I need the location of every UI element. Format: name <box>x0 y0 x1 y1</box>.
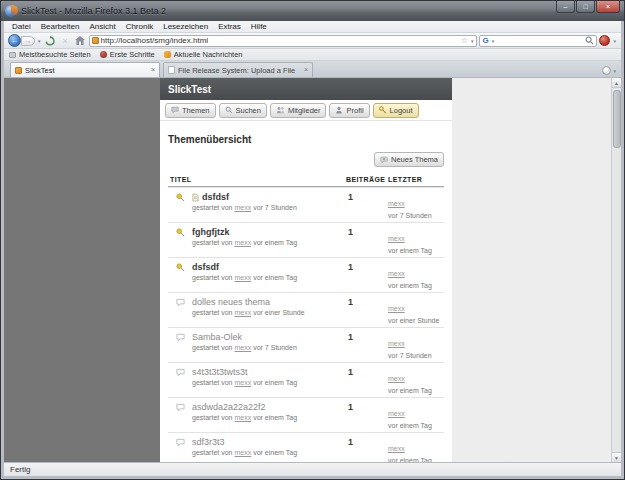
nav-logout-button[interactable]: Logout <box>373 103 419 118</box>
menu-datei[interactable]: Datei <box>7 22 36 31</box>
comment-icon <box>176 438 185 462</box>
reload-button[interactable] <box>44 35 57 47</box>
forward-button[interactable]: → <box>21 36 35 46</box>
topic-title-link[interactable]: s4t3t3t3twts3t <box>192 367 248 377</box>
reload-icon <box>45 36 55 46</box>
menu-ansicht[interactable]: Ansicht <box>84 22 120 31</box>
scrollbar-thumb[interactable] <box>613 90 621 148</box>
feed-icon <box>164 51 171 58</box>
menu-lesezeichen[interactable]: Lesezeichen <box>158 22 213 31</box>
status-text: Fertig <box>10 465 30 474</box>
addon-button[interactable] <box>599 35 610 46</box>
topic-title-link[interactable]: Samba-Olek <box>192 332 242 342</box>
last-author-link[interactable]: mexx <box>388 270 405 277</box>
document-icon <box>192 193 199 202</box>
page-background-left <box>4 78 160 462</box>
topic-title-link[interactable]: dolles neues thema <box>192 297 270 307</box>
titlebar[interactable]: SlickTest - Mozilla Firefox 3.1 Beta 2 –… <box>1 1 624 21</box>
topic-title-link[interactable]: fghgfjtzk <box>192 227 230 237</box>
last-author-link[interactable]: mexx <box>388 445 405 452</box>
post-count: 1 <box>342 332 388 359</box>
url-input[interactable] <box>101 36 459 45</box>
close-button[interactable]: × <box>596 1 620 13</box>
engine-dropdown-icon[interactable]: ▾ <box>491 38 496 44</box>
last-post-time: vor einem Tag <box>388 387 444 394</box>
post-count: 1 <box>342 367 388 394</box>
profile-icon <box>335 106 343 114</box>
members-icon <box>276 106 285 114</box>
menu-chronik[interactable]: Chronik <box>121 22 159 31</box>
topic-title-link[interactable]: dsfsdf <box>192 262 219 272</box>
topic-author-link[interactable]: mexx <box>234 274 251 281</box>
window-title: SlickTest - Mozilla Firefox 3.1 Beta 2 <box>21 6 166 16</box>
bookmark-getting-started[interactable]: Erste Schritte <box>100 50 155 59</box>
pin-icon <box>176 193 185 219</box>
search-bar[interactable]: G ▾ <box>479 35 597 47</box>
search-input[interactable] <box>497 36 583 45</box>
site-brand: SlickTest <box>168 84 211 95</box>
list-all-tabs-button[interactable]: ▾ <box>602 66 617 75</box>
tab-page-icon <box>168 66 175 74</box>
scroll-down-icon[interactable]: ▼ <box>612 452 622 462</box>
url-bar[interactable]: ☆ ▾ <box>89 35 478 47</box>
search-icon[interactable] <box>585 36 594 45</box>
comment-icon <box>176 403 185 429</box>
google-engine-icon[interactable]: G <box>482 36 488 46</box>
site-header: SlickTest <box>160 78 452 100</box>
minimize-button[interactable]: – <box>556 1 575 13</box>
getting-started-icon <box>100 51 107 58</box>
bookmark-star-icon[interactable]: ☆ <box>461 36 468 46</box>
topic-title-link[interactable]: sdf3r3t3 <box>192 437 225 447</box>
bookmark-latest-news[interactable]: Aktuelle Nachrichten <box>164 50 243 59</box>
topic-author-link[interactable]: mexx <box>234 414 251 421</box>
topic-author-link[interactable]: mexx <box>234 344 251 351</box>
last-author-link[interactable]: mexx <box>388 235 405 242</box>
last-author-link[interactable]: mexx <box>388 200 405 207</box>
menu-hilfe[interactable]: Hilfe <box>246 22 272 31</box>
history-dropdown-icon[interactable]: ▾ <box>37 38 42 44</box>
topic-title-link[interactable]: dsfdsf <box>202 192 229 202</box>
header-letzter: LETZTER <box>388 176 444 183</box>
stop-button[interactable]: × <box>59 35 72 47</box>
new-topic-button[interactable]: Neues Thema <box>374 152 444 167</box>
last-author-link[interactable]: mexx <box>388 305 405 312</box>
nav-mitglieder-button[interactable]: Mitglieder <box>270 103 327 118</box>
topic-author-link[interactable]: mexx <box>234 379 251 386</box>
topic-author-link[interactable]: mexx <box>234 204 251 211</box>
topic-author-link[interactable]: mexx <box>234 449 251 456</box>
tab-file-release[interactable]: File Release System: Upload a File × <box>163 62 313 77</box>
addon-dropdown-icon[interactable]: ▾ <box>612 38 617 44</box>
vertical-scrollbar[interactable]: ▲ ▼ <box>611 78 621 462</box>
scroll-up-icon[interactable]: ▲ <box>612 78 622 88</box>
bookmark-most-visited[interactable]: Meistbesuchte Seiten <box>9 50 91 59</box>
back-button[interactable]: ← <box>8 34 21 47</box>
site-favicon-icon <box>92 37 99 44</box>
tab-close-icon[interactable]: × <box>304 66 308 74</box>
tab-close-icon[interactable]: × <box>151 66 155 74</box>
tab-slicktest[interactable]: SlickTest × <box>10 62 160 77</box>
table-header: TITEL BEITRÄGE LETZTER <box>168 174 444 187</box>
page-title: Themenübersicht <box>168 134 444 145</box>
home-button[interactable] <box>74 35 87 47</box>
topic-meta: gestartet von mexx vor einem Tag <box>192 274 342 281</box>
last-author-link[interactable]: mexx <box>388 340 405 347</box>
menu-bearbeiten[interactable]: Bearbeiten <box>36 22 85 31</box>
topics-icon <box>171 106 179 114</box>
topic-title-link[interactable]: asdwda2a22a22f2 <box>192 402 266 412</box>
topic-author-link[interactable]: mexx <box>234 309 251 316</box>
comment-icon <box>176 368 185 394</box>
last-post-time: vor einem Tag <box>388 282 444 289</box>
topic-meta: gestartet von mexx vor einer Stunde <box>192 309 342 316</box>
topic-overview: Themenübersicht Neues Thema TITEL BEITRÄ… <box>160 121 452 462</box>
maximize-button[interactable]: □ <box>576 1 595 13</box>
topic-author-link[interactable]: mexx <box>234 239 251 246</box>
topic-meta: gestartet von mexx vor einem Tag <box>192 239 342 246</box>
menu-extras[interactable]: Extras <box>213 22 246 31</box>
last-author-link[interactable]: mexx <box>388 410 405 417</box>
url-dropdown-icon[interactable]: ▾ <box>470 38 475 44</box>
nav-profil-button[interactable]: Profil <box>329 103 369 118</box>
nav-suchen-button[interactable]: Suchen <box>219 103 267 118</box>
last-author-link[interactable]: mexx <box>388 375 405 382</box>
last-post-time: vor einer Stunde <box>388 317 444 324</box>
nav-themen-button[interactable]: Themen <box>165 103 216 118</box>
